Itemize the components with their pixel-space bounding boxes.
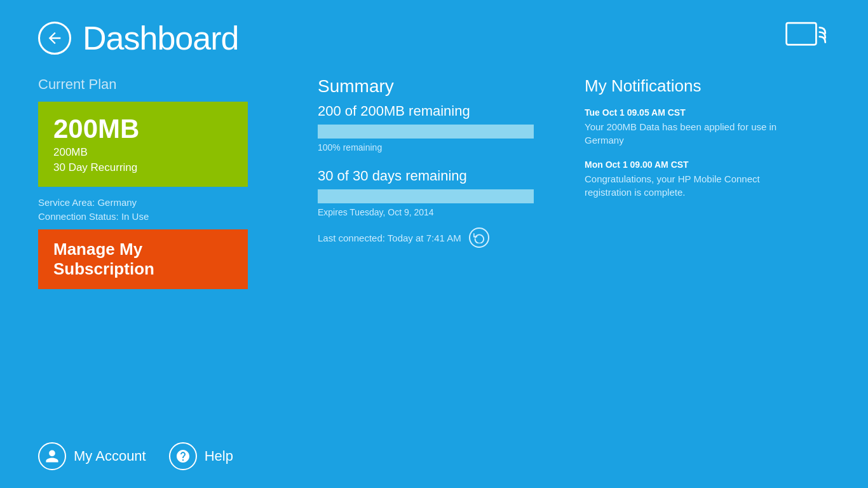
notif-date-2: Mon Oct 1 09.00 AM CST: [585, 159, 830, 170]
notif-body-1: Your 200MB Data has been applied for use…: [585, 120, 801, 147]
help-icon: [169, 442, 197, 470]
days-progress-bar: [318, 189, 534, 203]
service-area: Service Area: Germany: [38, 197, 280, 208]
current-plan-title: Current Plan: [38, 76, 280, 93]
my-account-icon: [38, 442, 66, 470]
header: Dashboard: [0, 0, 868, 70]
right-column: My Notifications Tue Oct 1 09.05 AM CST …: [546, 76, 830, 289]
days-stat-label: 30 of 30 days remaining: [318, 168, 546, 184]
refresh-icon[interactable]: [469, 227, 489, 248]
main-content: Current Plan 200MB 200MB 30 Day Recurrin…: [0, 70, 868, 289]
notifications-title: My Notifications: [585, 76, 830, 96]
data-stat-label: 200 of 200MB remaining: [318, 103, 546, 119]
days-progress-fill: [318, 189, 534, 203]
data-progress-fill: [318, 125, 534, 139]
svg-rect-0: [787, 23, 817, 44]
plan-detail1: 200MB: [53, 146, 233, 159]
notification-item-2: Mon Oct 1 09.00 AM CST Congratulations, …: [585, 159, 830, 199]
help-button[interactable]: Help: [169, 442, 233, 470]
middle-column: Summary 200 of 200MB remaining 100% rema…: [280, 76, 546, 289]
left-column: Current Plan 200MB 200MB 30 Day Recurrin…: [38, 76, 280, 289]
my-account-button[interactable]: My Account: [38, 442, 146, 470]
last-connected: Last connected: Today at 7:41 AM: [318, 227, 546, 248]
plan-card: 200MB 200MB 30 Day Recurring: [38, 102, 248, 187]
notif-body-2: Congratulations, your HP Mobile Connect …: [585, 172, 801, 199]
data-progress-bar: [318, 125, 534, 139]
plan-size: 200MB: [53, 114, 233, 144]
my-account-label: My Account: [74, 448, 146, 464]
connection-status: Connection Status: In Use: [38, 211, 280, 222]
expires-label: Expires Tuesday, Oct 9, 2014: [318, 207, 546, 217]
page-title: Dashboard: [83, 19, 238, 57]
wifi-icon: [784, 18, 830, 66]
manage-subscription-button[interactable]: Manage My Subscription: [38, 229, 248, 289]
last-connected-text: Last connected: Today at 7:41 AM: [318, 233, 461, 243]
footer: My Account Help: [38, 442, 233, 470]
summary-title: Summary: [318, 76, 546, 97]
data-percent-label: 100% remaining: [318, 142, 546, 152]
notification-list: Tue Oct 1 09.05 AM CST Your 200MB Data h…: [585, 107, 830, 199]
notification-item-1: Tue Oct 1 09.05 AM CST Your 200MB Data h…: [585, 107, 830, 147]
help-label: Help: [205, 448, 233, 464]
notif-date-1: Tue Oct 1 09.05 AM CST: [585, 107, 830, 118]
back-button[interactable]: [38, 22, 71, 55]
plan-detail2: 30 Day Recurring: [53, 161, 233, 174]
